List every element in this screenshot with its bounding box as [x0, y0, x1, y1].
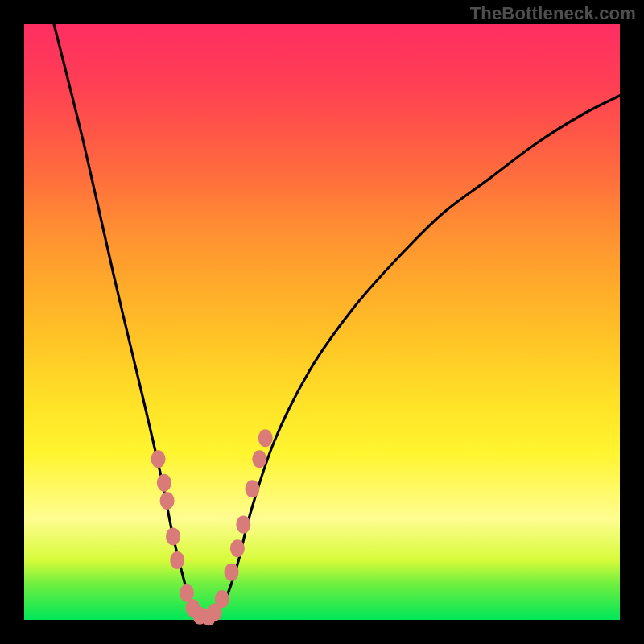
curve-layer [24, 24, 620, 620]
curve-marker [252, 450, 266, 468]
curve-marker [215, 590, 229, 608]
curve-marker [225, 564, 239, 581]
curve-marker [258, 429, 273, 447]
curve-marker [245, 480, 259, 497]
plot-area [24, 24, 620, 620]
curve-marker [157, 474, 171, 492]
curve-marker [236, 516, 250, 534]
bottleneck-curve [54, 24, 620, 620]
chart-stage: TheBottleneck.com [0, 0, 644, 644]
curve-marker [160, 492, 175, 510]
curve-marker [151, 450, 166, 468]
curve-marker [230, 539, 245, 557]
curve-marker [170, 551, 184, 569]
curve-marker [166, 527, 180, 545]
marker-group [151, 429, 273, 625]
watermark-text: TheBottleneck.com [470, 3, 636, 24]
